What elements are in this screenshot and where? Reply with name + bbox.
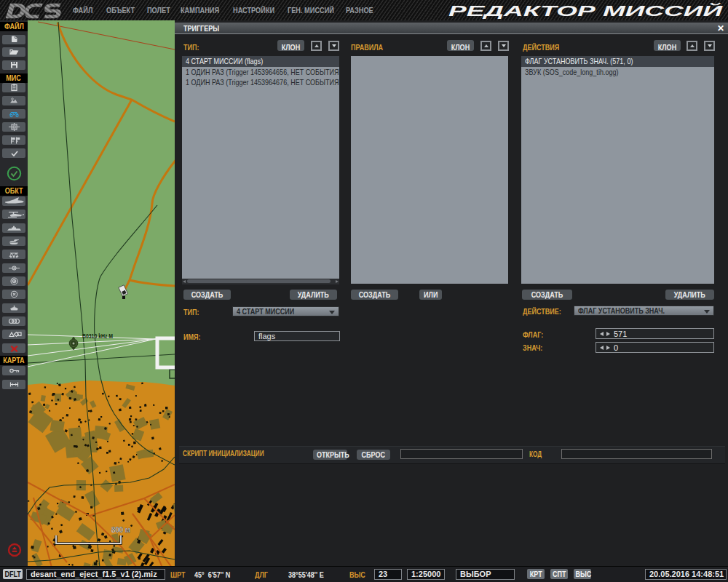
svg-text:В0310 kHz М: В0310 kHz М — [82, 332, 113, 340]
svg-text:800 м: 800 м — [111, 525, 130, 534]
svg-text:РЕДАКТОР МИССИЙ: РЕДАКТОР МИССИЙ — [448, 2, 724, 19]
